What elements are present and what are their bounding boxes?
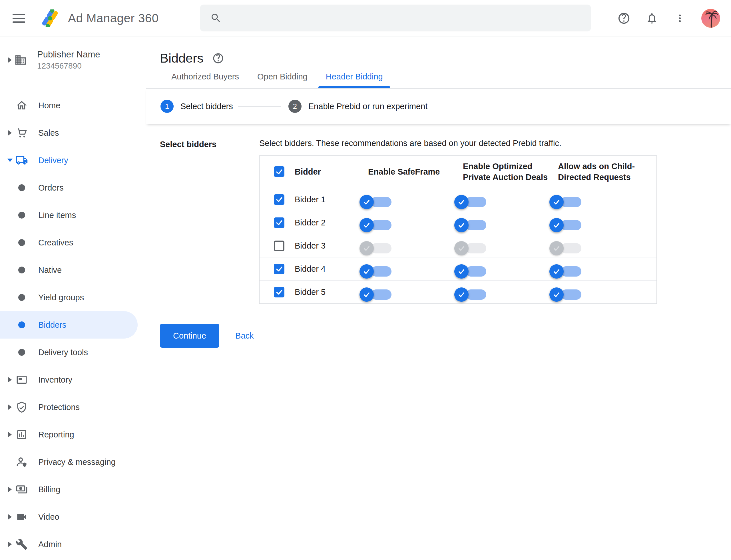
bar-chart-icon <box>15 429 28 441</box>
sidebar-item-admin[interactable]: Admin <box>0 531 146 558</box>
back-button[interactable]: Back <box>234 331 255 341</box>
sidebar-item-yield-groups[interactable]: Yield groups <box>0 284 146 311</box>
step-connector <box>238 106 281 107</box>
bidder-name: Bidder 3 <box>295 241 326 251</box>
inventory-icon <box>15 374 28 386</box>
chevron-right-icon <box>8 514 12 519</box>
publisher-name: Publisher Name <box>37 49 100 60</box>
sidebar-item-privacy-messaging[interactable]: Privacy & messaging <box>0 448 146 476</box>
cart-icon <box>15 127 28 139</box>
sidebar-item-creatives[interactable]: Creatives <box>0 229 146 256</box>
search-input[interactable] <box>230 13 582 23</box>
home-icon <box>15 99 28 111</box>
table-row: Bidder 4 <box>260 257 656 281</box>
bullet-icon <box>15 321 28 328</box>
publisher-id: 1234567890 <box>37 61 100 71</box>
chevron-right-icon <box>8 377 12 382</box>
table-row: Bidder 2 <box>260 211 656 234</box>
column-header-child-directed: Allow ads on Child-Directed Requests <box>558 161 645 183</box>
publisher-account-switcher[interactable]: Publisher Name 1234567890 <box>0 37 146 83</box>
row-checkbox[interactable] <box>274 217 285 228</box>
menu-icon[interactable] <box>13 14 25 23</box>
notifications-bell-icon[interactable] <box>645 12 658 25</box>
sidebar-item-protections[interactable]: Protections <box>0 393 146 421</box>
section-label: Select bidders <box>160 139 259 304</box>
search-icon <box>210 12 222 24</box>
bidder-name: Bidder 2 <box>295 218 326 227</box>
table-header-row: Bidder Enable SafeFrame Enable Optimized… <box>260 156 656 188</box>
bullet-icon <box>15 184 28 191</box>
help-icon[interactable] <box>617 12 630 25</box>
section-description: Select bidders. These recommendations ar… <box>259 139 657 148</box>
tab-header-bidding[interactable]: Header Bidding <box>317 72 392 88</box>
chevron-right-icon <box>8 542 12 547</box>
step-1-label: Select bidders <box>181 102 233 111</box>
sidebar-item-reporting[interactable]: Reporting <box>0 421 146 448</box>
column-header-bidder: Bidder <box>295 166 321 177</box>
row-checkbox[interactable] <box>274 241 285 251</box>
sidebar-item-line-items[interactable]: Line items <box>0 201 146 229</box>
shield-check-icon <box>15 401 28 413</box>
sidebar-item-video[interactable]: Video <box>0 503 146 531</box>
bidder-name: Bidder 1 <box>295 195 326 204</box>
step-2-label: Enable Prebid or run experiment <box>309 102 428 111</box>
column-header-safeframe: Enable SafeFrame <box>368 166 463 177</box>
sidebar-item-orders[interactable]: Orders <box>0 174 146 201</box>
sidebar-item-native[interactable]: Native <box>0 256 146 284</box>
sidebar-item-home[interactable]: Home <box>0 92 146 119</box>
tab-open-bidding[interactable]: Open Bidding <box>248 72 317 88</box>
page-help-icon[interactable] <box>212 52 224 64</box>
step-1-number: 1 <box>161 100 174 113</box>
person-shield-icon <box>15 456 28 468</box>
sidebar-item-billing[interactable]: Billing <box>0 476 146 503</box>
sidebar-item-sales[interactable]: Sales <box>0 119 146 147</box>
stepper: 1 Select bidders 2 Enable Prebid or run … <box>146 89 731 124</box>
step-2: 2 Enable Prebid or run experiment <box>289 100 428 113</box>
bullet-icon <box>15 239 28 246</box>
chevron-right-icon <box>8 405 12 410</box>
continue-button[interactable]: Continue <box>160 324 219 348</box>
product-name: Ad Manager 360 <box>68 11 159 25</box>
ad-manager-logo-icon <box>42 9 58 27</box>
chevron-right-icon <box>8 130 12 135</box>
chevron-right-icon <box>8 57 12 63</box>
column-header-optimized-deals: Enable Optimized Private Auction Deals <box>463 161 550 183</box>
search-bar[interactable] <box>200 5 591 31</box>
sidebar-item-delivery[interactable]: Delivery <box>0 147 146 174</box>
money-icon <box>15 483 28 495</box>
sidebar-item-inventory[interactable]: Inventory <box>0 366 146 393</box>
chevron-right-icon <box>8 432 12 437</box>
chevron-down-icon <box>7 159 13 162</box>
wrench-icon <box>15 538 28 550</box>
app-bar: Ad Manager 360 <box>0 0 731 37</box>
sidebar-nav: Home Sales Delivery Orders Line items <box>0 83 146 558</box>
select-all-checkbox[interactable] <box>274 166 285 177</box>
tab-bar: Authorized Buyers Open Bidding Header Bi… <box>146 67 731 89</box>
chevron-right-icon <box>8 487 12 492</box>
page-title: Bidders <box>160 51 204 66</box>
sidebar-item-delivery-tools[interactable]: Delivery tools <box>0 339 146 366</box>
step-1: 1 Select bidders <box>161 100 233 113</box>
bidder-name: Bidder 5 <box>295 287 326 297</box>
sidebar: Publisher Name 1234567890 Home Sales Del… <box>0 37 146 560</box>
bidders-table: Bidder Enable SafeFrame Enable Optimized… <box>259 155 657 304</box>
truck-icon <box>15 154 28 167</box>
row-checkbox[interactable] <box>274 194 285 205</box>
step-2-number: 2 <box>289 100 302 113</box>
video-camera-icon <box>15 511 28 523</box>
bullet-icon <box>15 294 28 301</box>
table-row: Bidder 5 <box>260 281 656 303</box>
tab-authorized-buyers[interactable]: Authorized Buyers <box>162 72 248 88</box>
bidder-name: Bidder 4 <box>295 264 326 274</box>
bullet-icon <box>15 212 28 219</box>
kebab-menu-icon[interactable] <box>673 12 686 25</box>
bullet-icon <box>15 349 28 356</box>
row-checkbox[interactable] <box>274 264 285 274</box>
avatar[interactable] <box>701 9 720 28</box>
sidebar-item-bidders[interactable]: Bidders <box>0 311 138 339</box>
building-icon <box>14 53 27 67</box>
row-checkbox[interactable] <box>274 287 285 297</box>
table-row: Bidder 1 <box>260 188 656 211</box>
table-row: Bidder 3 <box>260 234 656 257</box>
bullet-icon <box>15 267 28 273</box>
